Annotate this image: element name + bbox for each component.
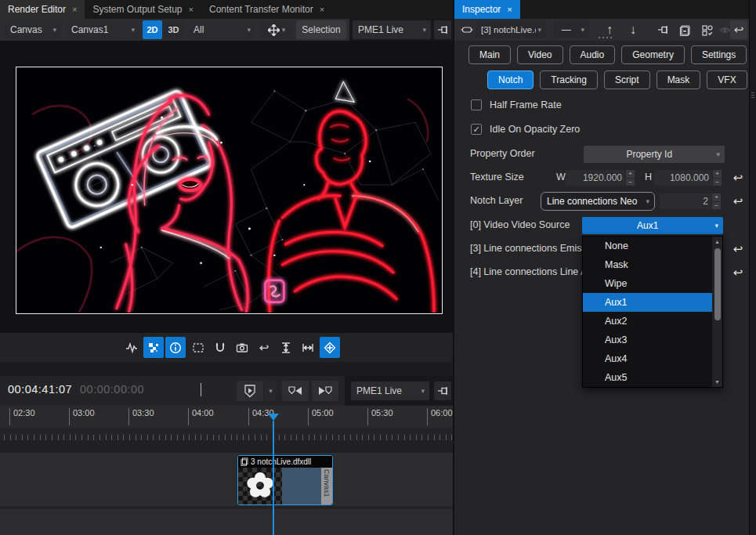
option-mask[interactable]: Mask	[583, 255, 713, 274]
reset-view-button[interactable]: ↩	[254, 337, 274, 358]
notch-layer-index-field[interactable]: 2	[660, 193, 711, 209]
fit-vertical-button[interactable]	[276, 337, 296, 358]
next-item-button[interactable]: ↓	[624, 20, 642, 39]
play-options-dropdown[interactable]: ▾	[265, 381, 277, 401]
snapshot-button[interactable]	[232, 337, 252, 358]
emission-revert-button[interactable]: ↩	[729, 240, 747, 258]
toolbar-drag-handle[interactable]	[599, 37, 616, 39]
pme-dropdown[interactable]: PME1 Live ▾	[353, 20, 431, 39]
button-label: Main	[479, 49, 500, 60]
tab-settings[interactable]: Settings	[691, 45, 747, 64]
button-label: Settings	[702, 49, 736, 60]
stepper-down[interactable]: −	[626, 179, 635, 186]
line-alpha-revert-button[interactable]: ↩	[729, 264, 747, 281]
tab-system-output-setup[interactable]: System Output Setup ×	[85, 0, 201, 19]
notch-layer-stepper[interactable]: +−	[712, 193, 721, 209]
close-icon[interactable]: ×	[72, 5, 77, 14]
texture-width-stepper[interactable]: +−	[626, 170, 635, 186]
playhead-line[interactable]	[273, 421, 274, 535]
move-tool-button[interactable]: ▾	[260, 20, 293, 39]
texture-size-revert-button[interactable]: ↩	[729, 169, 747, 186]
collapse-panel-button[interactable]	[675, 20, 694, 39]
timeline-pin-button[interactable]	[434, 381, 451, 400]
playhead-handle[interactable]	[268, 414, 279, 421]
tab-content-transfer-monitor[interactable]: Content Transfer Monitor ×	[201, 0, 332, 19]
inspector-pin-button[interactable]	[653, 20, 672, 39]
tab-audio[interactable]: Audio	[570, 45, 616, 64]
clip-thumbnail	[238, 468, 282, 504]
play-button[interactable]	[237, 381, 263, 401]
tab-mask[interactable]: Mask	[657, 70, 701, 89]
pin-button[interactable]	[434, 20, 451, 39]
canvas-mode-dropdown[interactable]: Canvas ▾	[5, 20, 61, 39]
close-icon[interactable]: ×	[189, 5, 194, 14]
button-label: Selection	[302, 24, 340, 35]
revert-all-button[interactable]: ↩	[730, 20, 747, 39]
tab-notch[interactable]: Notch	[487, 70, 534, 89]
inspector-target-dropdown[interactable]: [3] notchLive.dfx ▾	[476, 21, 546, 38]
stepper-up[interactable]: +	[712, 193, 721, 202]
texture-height-stepper[interactable]: +−	[713, 170, 722, 186]
right-dock-strip[interactable]	[749, 0, 756, 535]
option-aux4[interactable]: Aux4	[583, 349, 713, 368]
waveform-tool-button[interactable]	[121, 337, 142, 358]
chevron-down-icon: ▾	[245, 26, 255, 34]
render-viewport[interactable]	[0, 41, 453, 333]
tab-render-editor[interactable]: Render Editor ×	[0, 0, 85, 19]
filter-dropdown[interactable]: All ▾	[188, 20, 255, 39]
scroll-down-arrow[interactable]: ▼	[712, 377, 722, 387]
video-source-dropdown[interactable]: Aux1 ▾	[582, 217, 723, 234]
stepper-up[interactable]: +	[626, 170, 635, 179]
scrollbar-thumb[interactable]	[714, 248, 721, 320]
option-wipe[interactable]: Wipe	[583, 274, 713, 293]
snap-magnet-button[interactable]	[210, 337, 230, 358]
notch-layer-revert-button[interactable]: ↩	[729, 193, 747, 210]
texture-width-field[interactable]: 1920.000	[566, 170, 625, 186]
half-frame-rate-checkbox[interactable]	[471, 99, 482, 110]
prev-cue-button[interactable]	[282, 381, 309, 401]
notch-layer-dropdown[interactable]: Line connections Neo ▾	[541, 192, 655, 211]
mode-3d-button[interactable]: 3D	[164, 20, 183, 39]
marquee-select-button[interactable]	[188, 337, 208, 358]
mode-2d-button[interactable]: 2D	[143, 20, 162, 39]
stepper-down[interactable]: −	[712, 202, 721, 210]
tab-script[interactable]: Script	[604, 70, 650, 89]
property-order-dropdown[interactable]: Property Id ▾	[584, 146, 725, 163]
option-none[interactable]: None	[583, 237, 713, 255]
stepper-down[interactable]: −	[713, 179, 722, 186]
multi-select-button[interactable]	[697, 20, 716, 39]
stepper-up[interactable]: +	[713, 170, 722, 179]
clip-target-icon	[461, 24, 473, 35]
canvas-select-dropdown[interactable]: Canvas1 ▾	[66, 20, 139, 39]
option-aux2[interactable]: Aux2	[583, 312, 713, 331]
selection-mode-button[interactable]: Selection	[296, 20, 346, 39]
tab-geometry[interactable]: Geometry	[621, 45, 685, 64]
timeline-clip-notchlive[interactable]: 3 notchLive.dfxdll Canvas1	[237, 455, 333, 505]
list-scrollbar[interactable]: ▲ ▼	[712, 237, 722, 387]
texture-height-field[interactable]: 1080.000	[654, 170, 712, 186]
close-icon[interactable]: ×	[320, 5, 324, 14]
inspector-mode-dropdown[interactable]: — ▾	[553, 21, 589, 38]
timeline-ruler[interactable]: 02:30 03:00 03:30 04:00 04:30 05:00 05:3…	[0, 406, 453, 428]
option-aux3[interactable]: Aux3	[583, 331, 713, 349]
tab-main[interactable]: Main	[468, 45, 511, 64]
idle-on-opacity-zero-checkbox[interactable]: ✓	[471, 124, 482, 135]
info-overlay-button[interactable]	[165, 337, 186, 358]
close-icon[interactable]: ×	[507, 5, 512, 14]
chevron-down-icon: ▾	[129, 26, 139, 34]
next-cue-button[interactable]	[312, 381, 338, 401]
option-aux1-selected[interactable]: Aux1	[583, 293, 713, 312]
gizmo-move-button[interactable]	[320, 337, 340, 358]
timeline-pme-dropdown[interactable]: PME1 Live ▾	[351, 381, 429, 400]
tab-tracking[interactable]: Tracking	[540, 70, 598, 89]
option-aux5[interactable]: Aux5	[583, 368, 713, 387]
dock-handle[interactable]	[751, 92, 754, 100]
timeline-ruler-ticks[interactable]	[0, 428, 453, 440]
fit-horizontal-button[interactable]	[298, 337, 318, 358]
tab-inspector[interactable]: Inspector ×	[454, 0, 520, 19]
tab-video[interactable]: Video	[517, 45, 562, 64]
tab-vfx[interactable]: VFX	[707, 70, 747, 89]
pixel-mask-tool-button[interactable]	[143, 337, 164, 358]
scroll-up-arrow[interactable]: ▲	[712, 237, 722, 247]
notch-flower-icon	[246, 472, 274, 500]
